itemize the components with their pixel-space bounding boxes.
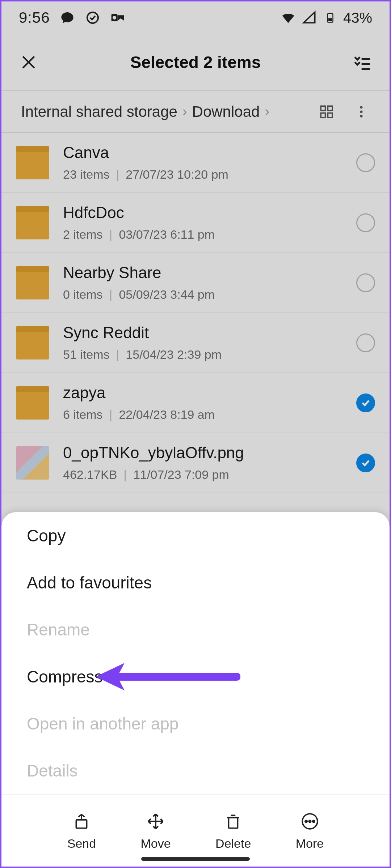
file-name: Canva (63, 144, 349, 162)
list-item[interactable]: zapya 6 items|22/04/23 8:19 am (1, 373, 390, 433)
selection-checkbox[interactable] (356, 153, 375, 172)
action-delete[interactable]: Delete (215, 810, 251, 851)
svg-point-12 (360, 115, 363, 117)
file-name: Sync Reddit (63, 324, 349, 342)
chat-icon (59, 10, 75, 26)
action-move[interactable]: Move (141, 810, 171, 851)
svg-rect-8 (321, 113, 325, 117)
selection-checkbox[interactable] (356, 333, 375, 352)
selection-checkbox[interactable] (356, 273, 375, 292)
selection-checkbox[interactable] (356, 213, 375, 232)
bottom-action-bar: Send Move Delete More (1, 794, 390, 867)
sheet-open-in-app: Open in another app (1, 700, 390, 747)
cell-signal-icon (301, 10, 317, 26)
svg-point-11 (360, 110, 363, 113)
file-meta: 0 items|05/09/23 3:44 pm (63, 288, 349, 302)
chevron-right-icon: › (182, 104, 187, 119)
file-name: HdfcDoc (63, 204, 349, 222)
svg-point-18 (305, 820, 307, 822)
selection-checkbox[interactable] (356, 454, 375, 472)
svg-rect-15 (76, 820, 87, 828)
list-item[interactable]: 0_opTNKo_ybylaOffv.png 462.17KB|11/07/23… (1, 433, 390, 493)
image-thumbnail (16, 446, 49, 480)
selection-title: Selected 2 items (41, 52, 350, 72)
folder-icon (16, 146, 49, 179)
selection-header: Selected 2 items (1, 34, 390, 90)
list-item[interactable]: Nearby Share 0 items|05/09/23 3:44 pm (1, 253, 390, 313)
sheet-add-favourites[interactable]: Add to favourites (1, 559, 390, 606)
file-meta: 6 items|22/04/23 8:19 am (63, 408, 349, 422)
folder-icon (16, 326, 49, 359)
sheet-copy[interactable]: Copy (1, 512, 390, 559)
svg-rect-5 (328, 18, 332, 21)
list-item[interactable]: Sync Reddit 51 items|15/04/23 2:39 pm (1, 313, 390, 373)
home-indicator[interactable] (141, 857, 250, 861)
svg-rect-7 (328, 106, 332, 110)
action-send[interactable]: Send (67, 810, 96, 851)
svg-point-2 (113, 16, 116, 20)
outlook-icon (110, 10, 126, 26)
svg-point-10 (360, 106, 363, 109)
file-meta: 51 items|15/04/23 2:39 pm (63, 348, 349, 362)
move-icon (145, 810, 167, 832)
battery-percent: 43% (343, 10, 372, 26)
selection-checkbox[interactable] (356, 393, 375, 412)
select-all-button[interactable] (350, 50, 375, 75)
svg-point-19 (309, 820, 311, 822)
chevron-right-icon: › (265, 104, 269, 119)
wifi-icon (280, 10, 296, 26)
breadcrumb-current[interactable]: Download (192, 103, 260, 120)
file-name: zapya (63, 384, 349, 402)
folder-icon (16, 206, 49, 239)
file-meta: 2 items|03/07/23 6:11 pm (63, 227, 349, 242)
svg-point-20 (312, 820, 314, 822)
file-list: Canva 23 items|27/07/23 10:20 pm HdfcDoc… (1, 133, 390, 493)
file-meta: 462.17KB|11/07/23 7:09 pm (63, 468, 349, 482)
sheet-rename: Rename (1, 606, 390, 653)
breadcrumb-root[interactable]: Internal shared storage (21, 103, 177, 120)
sheet-details: Details (1, 747, 390, 794)
annotation-arrow-icon (96, 659, 240, 695)
path-toolbar: Internal shared storage › Download › (1, 90, 390, 132)
file-name: 0_opTNKo_ybylaOffv.png (63, 444, 349, 462)
status-time: 9:56 (19, 9, 50, 26)
file-name: Nearby Share (63, 264, 349, 282)
list-item[interactable]: Canva 23 items|27/07/23 10:20 pm (1, 133, 390, 193)
status-bar: 9:56 43% (1, 1, 390, 34)
send-icon (71, 810, 92, 832)
view-grid-button[interactable] (315, 100, 338, 123)
battery-icon (322, 10, 338, 26)
action-more[interactable]: More (296, 810, 324, 851)
breadcrumb[interactable]: Internal shared storage › Download › (21, 103, 303, 120)
folder-icon (16, 386, 49, 420)
sync-icon (85, 10, 101, 26)
sheet-compress[interactable]: Compress (1, 653, 390, 700)
svg-rect-9 (328, 113, 332, 117)
svg-rect-16 (229, 818, 238, 828)
more-options-sheet: Copy Add to favourites Rename Compress O… (1, 512, 390, 867)
svg-rect-4 (329, 13, 332, 14)
svg-rect-6 (321, 106, 325, 110)
list-item[interactable]: HdfcDoc 2 items|03/07/23 6:11 pm (1, 193, 390, 253)
more-icon (299, 810, 321, 832)
folder-icon (16, 266, 49, 299)
file-meta: 23 items|27/07/23 10:20 pm (63, 167, 349, 182)
close-button[interactable] (16, 50, 41, 75)
overflow-menu-button[interactable] (350, 100, 373, 123)
delete-icon (222, 810, 244, 832)
